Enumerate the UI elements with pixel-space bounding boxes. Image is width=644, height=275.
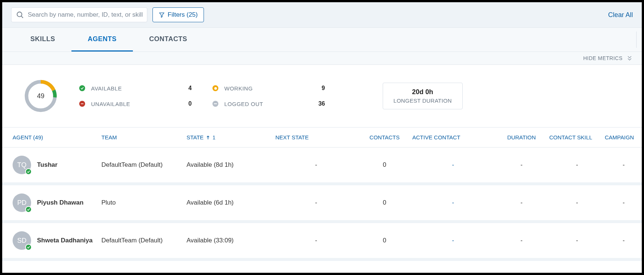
next-state-cell: - bbox=[275, 199, 357, 206]
avatar: TQ bbox=[13, 156, 31, 174]
active-contact-cell[interactable]: - bbox=[412, 199, 494, 206]
legend-value: 9 bbox=[303, 85, 325, 92]
avatar-initials: PD bbox=[17, 199, 26, 207]
agent-cell: PD Piyush Dhawan bbox=[13, 193, 101, 212]
longest-duration-card: 20d 0h LONGEST DURATION bbox=[383, 83, 463, 109]
avatar-initials: TQ bbox=[17, 161, 27, 169]
col-campaign[interactable]: CAMPAIGN bbox=[605, 134, 642, 140]
legend-column-a: AVAILABLE 4 UNAVAILABLE 0 bbox=[79, 85, 192, 107]
status-badge-icon bbox=[25, 206, 32, 213]
agent-name: Shweta Dadhaniya bbox=[37, 237, 93, 244]
contact-skill-cell: - bbox=[549, 161, 605, 169]
svg-line-1 bbox=[21, 16, 23, 18]
campaign-cell: - bbox=[605, 161, 642, 169]
legend-unavailable: UNAVAILABLE 0 bbox=[79, 100, 192, 107]
chevron-double-down-icon bbox=[626, 55, 633, 62]
sort-asc-icon bbox=[206, 135, 210, 140]
tab-contacts[interactable]: CONTACTS bbox=[133, 28, 204, 52]
app-root: Filters (25) Clear All SKILLS AGENTS CON… bbox=[2, 2, 642, 273]
legend-label: UNAVAILABLE bbox=[91, 101, 165, 107]
col-next-state[interactable]: NEXT STATE bbox=[275, 134, 357, 140]
next-state-cell: - bbox=[275, 237, 357, 244]
active-contact-cell[interactable]: - bbox=[412, 161, 494, 169]
duration-label: LONGEST DURATION bbox=[393, 97, 452, 104]
svg-marker-2 bbox=[160, 13, 164, 17]
status-badge-icon bbox=[25, 244, 32, 251]
state-cell: Available (6d 1h) bbox=[187, 199, 275, 206]
legend-value: 0 bbox=[170, 100, 192, 107]
working-icon bbox=[212, 85, 218, 91]
metrics-panel: 49 AVAILABLE 4 UNAVAILABLE 0 WORKING bbox=[2, 65, 642, 127]
col-state-label: STATE bbox=[187, 134, 204, 140]
state-cell: Available (33:09) bbox=[187, 237, 275, 244]
contacts-cell: 0 bbox=[357, 237, 412, 244]
col-active-contact[interactable]: ACTIVE CONTACT bbox=[412, 134, 494, 140]
col-duration[interactable]: DURATION bbox=[494, 134, 549, 140]
table-row[interactable]: PD Piyush Dhawan Pluto Available (6d 1h)… bbox=[2, 185, 642, 223]
table-row[interactable]: SD Shweta Dadhaniya DefaultTeam (Default… bbox=[2, 223, 642, 261]
agent-name: Tushar bbox=[37, 161, 57, 169]
search-filter-bar: Filters (25) Clear All bbox=[2, 2, 642, 28]
legend-label: AVAILABLE bbox=[91, 85, 165, 92]
table-row[interactable]: TQ Tushar DefaultTeam (Default) Availabl… bbox=[2, 148, 642, 185]
tab-skills[interactable]: SKILLS bbox=[14, 28, 71, 52]
legend-value: 36 bbox=[303, 100, 325, 107]
active-contact-cell[interactable]: - bbox=[412, 237, 494, 244]
next-state-cell: - bbox=[275, 161, 357, 169]
col-contacts[interactable]: CONTACTS bbox=[357, 134, 412, 140]
search-icon bbox=[16, 11, 24, 19]
clear-all-button[interactable]: Clear All bbox=[608, 11, 633, 19]
legend-label: WORKING bbox=[224, 85, 298, 92]
team-cell: DefaultTeam (Default) bbox=[101, 161, 187, 169]
legend-available: AVAILABLE 4 bbox=[79, 85, 192, 92]
legend-working: WORKING 9 bbox=[212, 85, 325, 92]
available-icon bbox=[79, 85, 85, 91]
col-team[interactable]: TEAM bbox=[101, 134, 187, 140]
avatar-initials: SD bbox=[17, 237, 26, 245]
tab-divider bbox=[636, 32, 637, 48]
agent-donut-chart: 49 bbox=[23, 78, 58, 114]
contact-skill-cell: - bbox=[549, 237, 605, 244]
unavailable-icon bbox=[79, 101, 85, 107]
col-state[interactable]: STATE 1 bbox=[187, 134, 275, 140]
duration-value: 20d 0h bbox=[393, 88, 452, 96]
team-cell: Pluto bbox=[101, 199, 187, 206]
campaign-cell: - bbox=[605, 237, 642, 244]
avatar: SD bbox=[13, 231, 31, 250]
duration-cell: - bbox=[494, 161, 549, 169]
contacts-cell: 0 bbox=[357, 161, 412, 169]
agent-cell: SD Shweta Dadhaniya bbox=[13, 231, 101, 250]
col-agent[interactable]: AGENT (49) bbox=[13, 134, 101, 140]
legend-column-b: WORKING 9 LOGGED OUT 36 bbox=[212, 85, 325, 107]
loggedout-icon bbox=[212, 101, 218, 107]
tab-agents[interactable]: AGENTS bbox=[71, 28, 133, 52]
filter-icon bbox=[159, 12, 165, 18]
team-cell: DefaultTeam (Default) bbox=[101, 237, 187, 244]
duration-cell: - bbox=[494, 199, 549, 206]
legend-value: 4 bbox=[170, 85, 192, 92]
contact-skill-cell: - bbox=[549, 199, 605, 206]
duration-cell: - bbox=[494, 237, 549, 244]
legend-loggedout: LOGGED OUT 36 bbox=[212, 100, 325, 107]
svg-point-0 bbox=[17, 12, 22, 17]
sort-index: 1 bbox=[212, 135, 215, 140]
hide-metrics-label: HIDE METRICS bbox=[583, 55, 623, 61]
contacts-cell: 0 bbox=[357, 199, 412, 206]
donut-total: 49 bbox=[23, 78, 58, 114]
agent-name: Piyush Dhawan bbox=[37, 199, 84, 206]
agent-cell: TQ Tushar bbox=[13, 156, 101, 174]
campaign-cell: - bbox=[605, 199, 642, 206]
table-body: TQ Tushar DefaultTeam (Default) Availabl… bbox=[2, 148, 642, 261]
filters-label: Filters (25) bbox=[168, 11, 198, 19]
avatar: PD bbox=[13, 193, 31, 212]
hide-metrics-toggle[interactable]: HIDE METRICS bbox=[2, 52, 642, 65]
search-input[interactable] bbox=[28, 11, 142, 19]
legend-label: LOGGED OUT bbox=[224, 101, 298, 107]
status-badge-icon bbox=[25, 168, 32, 175]
filters-button[interactable]: Filters (25) bbox=[152, 7, 204, 22]
tab-bar: SKILLS AGENTS CONTACTS bbox=[2, 28, 642, 52]
col-contact-skill[interactable]: CONTACT SKILL bbox=[549, 134, 605, 140]
state-cell: Available (8d 1h) bbox=[187, 161, 275, 169]
table-header: AGENT (49) TEAM STATE 1 NEXT STATE CONTA… bbox=[2, 127, 642, 148]
search-box[interactable] bbox=[11, 7, 147, 22]
